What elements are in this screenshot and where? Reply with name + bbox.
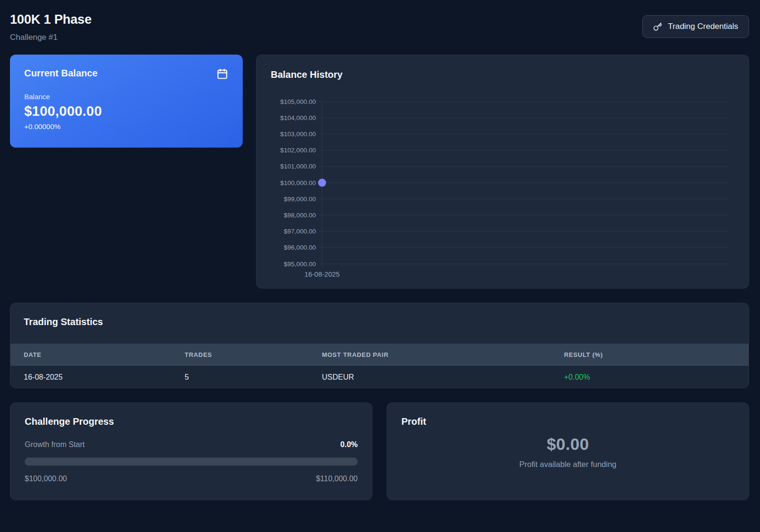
growth-row: Growth from Start 0.0% [25,440,358,449]
top-section: Current Balance Balance $100,000.00 +0.0… [10,55,749,289]
progress-range-end: $110,000.00 [316,475,358,483]
progress-range-row: $100,000.00 $110,000.00 [25,475,358,483]
profit-card: Profit $0.00 Profit available after fund… [387,402,749,500]
cell-date: 16-08-2025 [10,373,185,382]
profit-title: Profit [401,416,734,427]
profit-amount: $0.00 [401,435,734,454]
svg-text:$104,000.00: $104,000.00 [280,114,316,121]
balance-change-percent: +0.00000% [24,122,228,131]
current-balance-head: Current Balance [24,68,228,82]
balance-label: Balance [24,93,228,101]
current-balance-card: Current Balance Balance $100,000.00 +0.0… [10,55,243,148]
svg-text:$101,000.00: $101,000.00 [280,163,316,170]
progress-range-start: $100,000.00 [25,475,67,483]
cell-pair: USDEUR [322,373,564,382]
column-header-result: RESULT (%) [564,351,749,358]
progress-bar [25,457,358,466]
chart-data-point [318,179,326,187]
balance-history-card: Balance History $105,000.00$104,000.00$1… [256,55,749,289]
svg-text:$103,000.00: $103,000.00 [280,131,316,138]
column-header-most-traded-pair: MOST TRADED PAIR [322,351,564,358]
profit-note: Profit available after funding [401,460,734,469]
page-subtitle: Challenge #1 [10,33,92,42]
challenge-progress-card: Challenge Progress Growth from Start 0.0… [10,402,372,500]
balance-history-plot: $105,000.00$104,000.00$103,000.00$102,00… [256,55,749,288]
key-icon [653,22,662,31]
calendar-icon [216,68,228,82]
trading-credentials-button[interactable]: Trading Credentials [642,15,749,38]
column-header-date: DATE [10,351,185,358]
page-header: 100K 1 Phase Challenge #1 Trading Creden… [10,10,749,42]
svg-text:$97,000.00: $97,000.00 [284,228,316,235]
trading-statistics-title: Trading Statistics [10,303,749,344]
svg-text:$95,000.00: $95,000.00 [284,261,316,268]
cell-trades: 5 [185,373,322,382]
svg-text:$98,000.00: $98,000.00 [284,212,316,219]
growth-value: 0.0% [341,440,358,449]
svg-text:$100,000.00: $100,000.00 [280,179,316,187]
trading-statistics-header-row: DATE TRADES MOST TRADED PAIR RESULT (%) [10,344,749,366]
cell-result: +0.00% [564,373,749,382]
svg-text:$105,000.00: $105,000.00 [280,98,316,105]
page-header-titles: 100K 1 Phase Challenge #1 [10,10,92,42]
dashboard-page: 100K 1 Phase Challenge #1 Trading Creden… [0,0,760,500]
balance-value: $100,000.00 [24,103,228,119]
trading-credentials-label: Trading Credentials [668,22,738,31]
page-title: 100K 1 Phase [10,10,92,27]
balance-history-chart: $105,000.00$104,000.00$103,000.00$102,00… [256,55,749,288]
challenge-progress-title: Challenge Progress [25,416,358,427]
svg-text:$99,000.00: $99,000.00 [284,196,316,203]
svg-text:$96,000.00: $96,000.00 [284,244,316,251]
column-header-trades: TRADES [185,351,322,358]
svg-text:16-08-2025: 16-08-2025 [304,271,340,278]
current-balance-title: Current Balance [24,68,98,79]
growth-label: Growth from Start [25,440,85,449]
trading-statistics-card: Trading Statistics DATE TRADES MOST TRAD… [10,303,749,388]
bottom-section: Challenge Progress Growth from Start 0.0… [10,402,749,500]
svg-text:$102,000.00: $102,000.00 [280,147,316,154]
table-row: 16-08-2025 5 USDEUR +0.00% [10,366,749,388]
